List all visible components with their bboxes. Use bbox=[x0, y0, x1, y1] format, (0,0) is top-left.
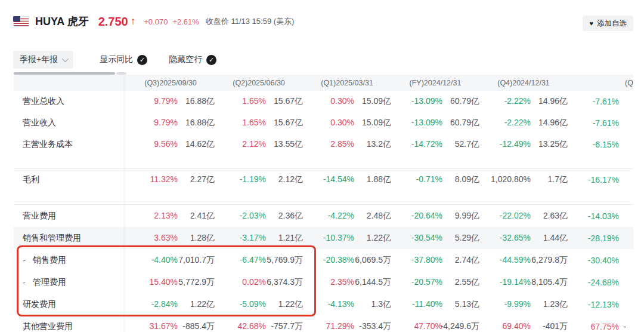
toggle-show-yoy-label: 显示同比 bbox=[100, 54, 133, 65]
filter-bar: 季报+年报 显示同比 ✓ 隐藏空行 ✓ bbox=[13, 51, 216, 69]
toggle-hide-empty[interactable]: 隐藏空行 ✓ bbox=[169, 54, 216, 65]
metric-value bbox=[619, 175, 633, 185]
add-watchlist-button[interactable]: ♥ 添加自选 bbox=[583, 16, 633, 31]
arrow-up-icon: ↑ bbox=[131, 16, 136, 27]
table-row[interactable]: 销售和管理费用3.63%1.28亿-3.17%1.21亿-10.37%1.22亿… bbox=[14, 227, 633, 249]
metric-value: 13.25亿 bbox=[531, 139, 568, 150]
metric-value: 9.99亿 bbox=[442, 211, 479, 222]
period-cell-group: -3.17%1.21亿 bbox=[215, 233, 303, 244]
metric-value: 8.09亿 bbox=[442, 174, 479, 185]
period-cell-group: -14.54%1.88亿 bbox=[303, 174, 391, 185]
yoy-percent: -37.80% bbox=[391, 255, 442, 266]
period-cell-group: -2.22%14.96亿 bbox=[479, 96, 568, 107]
period-cell-group: 47.70%-4,249.6万 bbox=[391, 321, 479, 332]
table-row[interactable]: 研发费用-2.84%1.22亿-5.09%1.22亿-4.13%1.3亿-11.… bbox=[14, 293, 633, 315]
column-header: (Q1)2025/03/31 bbox=[303, 79, 391, 87]
toggle-show-yoy[interactable]: 显示同比 ✓ bbox=[100, 54, 147, 65]
yoy-percent: 0.30% bbox=[303, 118, 354, 128]
metric-value: -757.7万 bbox=[266, 321, 303, 332]
period-cell-group: 0.02%6,374.3万 bbox=[215, 277, 303, 288]
period-cell-group: -19.14%8,105.4万 bbox=[479, 277, 568, 288]
period-cell-group: -16.17% bbox=[568, 175, 633, 185]
yoy-percent: -14.54% bbox=[303, 174, 354, 185]
table-row[interactable]: 其他营业费用31.67%-885.4万42.68%-757.7万71.29%-3… bbox=[14, 315, 633, 332]
row-label: 其他营业费用 bbox=[14, 321, 126, 332]
row-label-text: 研发费用 bbox=[23, 299, 56, 310]
yoy-percent: -4.40% bbox=[126, 255, 178, 266]
period-cell-group: -6.47%5,769.9万 bbox=[215, 255, 303, 266]
yoy-percent: -0.71% bbox=[391, 174, 442, 185]
sub-item-dash: - bbox=[23, 278, 27, 287]
metric-value: 8,105.4万 bbox=[531, 277, 568, 288]
metric-value: 2.63亿 bbox=[531, 211, 568, 222]
metric-value: 5,769.9万 bbox=[266, 255, 303, 266]
table-row[interactable]: -管理费用15.40%5,772.9万0.02%6,374.3万2.35%6,1… bbox=[14, 271, 633, 293]
table-row[interactable]: 主营业务成本9.56%14.62亿2.12%13.55亿2.85%13.2亿-1… bbox=[14, 134, 633, 155]
yoy-percent: 2.85% bbox=[303, 139, 354, 150]
period-cell-group: -32.65%1.44亿 bbox=[479, 233, 568, 244]
yoy-percent: -19.14% bbox=[479, 277, 531, 288]
table-row[interactable]: 营业费用2.13%2.41亿-2.03%2.36亿-4.22%2.48亿-20.… bbox=[14, 205, 633, 227]
yoy-percent: -30.54% bbox=[391, 233, 442, 244]
metric-value: 2.55亿 bbox=[442, 277, 479, 288]
metric-value: 13.55亿 bbox=[266, 139, 303, 150]
row-label: 营业费用 bbox=[14, 211, 126, 222]
close-price-note: 收盘价 11/13 15:59 (美东) bbox=[206, 16, 295, 27]
metric-value bbox=[619, 256, 633, 265]
period-cell-group: 31.67%-885.4万 bbox=[126, 321, 215, 332]
metric-value: 2.74亿 bbox=[442, 255, 479, 266]
period-select-dropdown[interactable]: 季报+年报 bbox=[13, 51, 73, 69]
yoy-percent: -2.22% bbox=[479, 118, 531, 128]
period-cell-group: 11.32%2.27亿 bbox=[126, 174, 215, 185]
metric-value: 2.36亿 bbox=[266, 211, 303, 222]
period-cell-group: 0.30%15.09亿 bbox=[303, 96, 391, 107]
metric-value: 15.09亿 bbox=[354, 118, 391, 128]
metric-value: 60.79亿 bbox=[442, 96, 479, 107]
table-row[interactable]: 毛利11.32%2.27亿-1.19%2.12亿-14.54%1.88亿-0.7… bbox=[14, 169, 633, 190]
stock-symbol: HUYA 虎牙 bbox=[35, 14, 89, 29]
yoy-percent: -28.19% bbox=[568, 233, 619, 243]
yoy-percent: -11.40% bbox=[391, 299, 442, 310]
metric-value bbox=[619, 233, 633, 243]
metric-value: 16.88亿 bbox=[178, 118, 215, 128]
period-cell-group: 71.29%-353.4万 bbox=[303, 321, 391, 332]
period-cell-group: -4.40%7,010.7万 bbox=[126, 255, 215, 266]
add-watchlist-label: 添加自选 bbox=[597, 19, 627, 29]
period-cell-group: -12.13% bbox=[568, 300, 633, 309]
row-label: -销售费用 bbox=[14, 255, 126, 266]
period-cell-group: -22.02%2.63亿 bbox=[479, 211, 568, 222]
table-row[interactable]: -销售费用-4.40%7,010.7万-6.47%5,769.9万-20.38%… bbox=[14, 249, 633, 271]
metric-value bbox=[619, 118, 633, 128]
period-cell-group: 0.30%15.09亿 bbox=[303, 118, 391, 128]
metric-value: 5.13亿 bbox=[442, 299, 479, 310]
period-cell-group: -20.57%2.55亿 bbox=[391, 277, 479, 288]
yoy-percent: -30.40% bbox=[568, 256, 619, 265]
yoy-percent: 2.13% bbox=[126, 211, 178, 222]
period-cell-group: -13.09%60.79亿 bbox=[391, 96, 479, 107]
period-cell-group: 3.63%1.28亿 bbox=[126, 233, 215, 244]
price-change: +0.070 bbox=[144, 17, 168, 26]
yoy-percent: -7.61% bbox=[568, 118, 619, 128]
check-circle-icon: ✓ bbox=[206, 55, 216, 65]
sub-item-dash: - bbox=[23, 256, 27, 265]
metric-value: 1.28亿 bbox=[178, 233, 215, 244]
metric-value bbox=[619, 211, 633, 221]
period-cell-group: -6.15% bbox=[568, 140, 633, 149]
period-cell-group: 2.13%2.41亿 bbox=[126, 211, 215, 222]
metric-value: 2.27亿 bbox=[178, 174, 215, 185]
table-row[interactable]: 营业总收入9.79%16.88亿1.65%15.67亿0.30%15.09亿-1… bbox=[14, 91, 633, 112]
metric-value bbox=[619, 300, 633, 309]
yoy-percent: 69.40% bbox=[479, 321, 531, 332]
metric-value: 16.88亿 bbox=[178, 96, 215, 107]
period-cell-group: -0.71%8.09亿 bbox=[391, 174, 479, 185]
table-row[interactable]: 营业收入9.79%16.88亿1.65%15.67亿0.30%15.09亿-13… bbox=[14, 112, 633, 134]
yoy-percent: 47.70% bbox=[391, 321, 442, 332]
table-body: 营业总收入9.79%16.88亿1.65%15.67亿0.30%15.09亿-1… bbox=[14, 91, 633, 332]
metric-value: -885.4万 bbox=[178, 321, 215, 332]
metric-value: 14.96亿 bbox=[531, 118, 568, 128]
yoy-percent: 1.65% bbox=[215, 96, 266, 107]
row-label-text: 销售和管理费用 bbox=[23, 233, 81, 244]
period-cell-group: 15.40%5,772.9万 bbox=[126, 277, 215, 288]
yoy-percent: -24.68% bbox=[568, 278, 619, 287]
period-cell-group: 1,020.80%1.7亿 bbox=[479, 174, 568, 185]
